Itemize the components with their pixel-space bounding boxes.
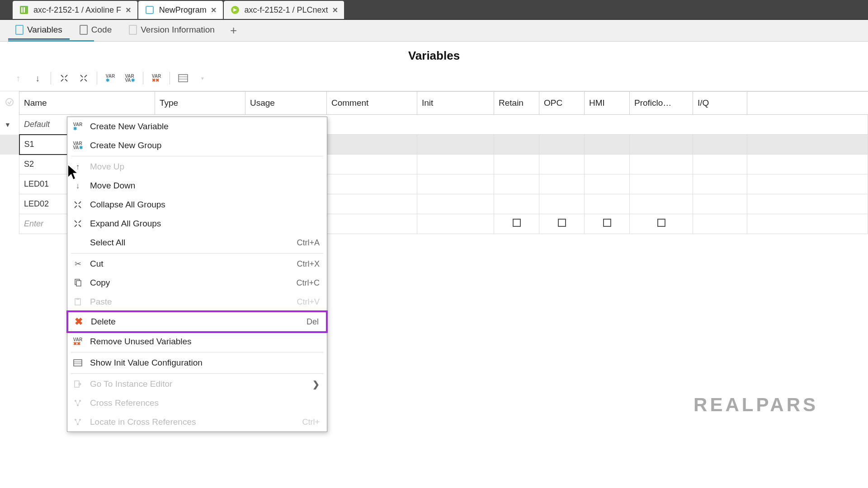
cm-cut[interactable]: ✂ Cut Ctrl+X [67, 254, 327, 273]
init-config-icon [72, 357, 84, 368]
subtab-version[interactable]: Version Information [122, 21, 222, 40]
delete-icon: ✖ [73, 316, 85, 327]
svg-rect-12 [76, 298, 79, 300]
col-usage[interactable]: Usage [245, 92, 327, 115]
cm-goto-instance: Go To Instance Editor ❯ [67, 375, 327, 394]
cm-create-variable[interactable]: VAR✱ Create New Variable [67, 117, 327, 136]
checkbox[interactable] [558, 219, 566, 227]
cm-paste: Paste Ctrl+V [67, 292, 327, 311]
locate-icon [72, 417, 84, 427]
move-up-button[interactable]: ↑ [9, 70, 27, 86]
close-icon[interactable]: × [126, 5, 131, 15]
section-title: Variables [0, 42, 868, 67]
expand-all-button[interactable] [75, 70, 93, 86]
dropdown-button[interactable]: ▾ [193, 70, 212, 86]
subtab-label: Code [91, 25, 112, 35]
expand-icon [72, 218, 84, 229]
cm-move-up: ↑ Move Up [67, 157, 327, 176]
svg-rect-2 [24, 7, 25, 13]
context-menu: VAR✱ Create New Variable VARVA✱ Create N… [67, 117, 327, 432]
svg-rect-13 [74, 360, 82, 366]
remove-unused-icon: VAR✖✖ [72, 336, 84, 347]
doc-icon [80, 25, 88, 35]
new-group-button[interactable]: VARVA✱ [121, 70, 139, 86]
document-tab-bar: axc-f-2152-1 / Axioline F × NewProgram ×… [0, 0, 868, 20]
tab-label: NewProgram [159, 5, 207, 15]
checkbox[interactable] [657, 219, 665, 227]
checkbox[interactable] [513, 219, 521, 227]
col-comment[interactable]: Comment [327, 92, 417, 115]
axioline-icon [19, 5, 29, 15]
col-iq[interactable]: I/Q [693, 92, 747, 115]
add-tab-button[interactable]: + [225, 22, 242, 39]
watermark: REALPARS [693, 394, 818, 416]
doc-icon [129, 25, 137, 35]
row-action-header [0, 92, 19, 115]
tab-plcnext[interactable]: axc-f-2152-1 / PLCnext × [224, 1, 344, 19]
subtab-code[interactable]: Code [72, 21, 119, 40]
checkbox[interactable] [603, 219, 611, 227]
tab-axioline[interactable]: axc-f-2152-1 / Axioline F × [13, 1, 137, 19]
arrow-down-icon: ↓ [72, 180, 84, 191]
tab-label: axc-f-2152-1 / Axioline F [33, 5, 121, 15]
cm-show-init[interactable]: Show Init Value Configuration [67, 353, 327, 372]
col-proficloud[interactable]: Proficlo… [630, 92, 693, 115]
variables-table-wrap: Name Type Usage Comment Init Retain OPC … [0, 91, 868, 234]
move-down-button[interactable]: ↓ [28, 70, 47, 86]
close-icon[interactable]: × [333, 5, 338, 15]
var-group-icon: VARVA✱ [72, 140, 84, 151]
paste-icon [72, 296, 84, 307]
mouse-cursor [67, 164, 80, 181]
program-icon [145, 5, 155, 15]
tab-label: axc-f-2152-1 / PLCnext [245, 5, 328, 15]
svg-rect-11 [75, 299, 80, 305]
col-type[interactable]: Type [155, 92, 245, 115]
cm-cross-refs: Cross References [67, 394, 327, 413]
tab-newprogram[interactable]: NewProgram × [138, 1, 223, 19]
plcnext-icon [230, 5, 240, 15]
col-name[interactable]: Name [19, 92, 155, 115]
submenu-arrow-icon: ❯ [312, 379, 320, 389]
subtab-label: Variables [27, 25, 62, 35]
col-opc[interactable]: OPC [539, 92, 585, 115]
col-retain[interactable]: Retain [494, 92, 539, 115]
var-new-icon: VAR✱ [72, 121, 84, 132]
copy-icon [72, 277, 84, 288]
cm-create-group[interactable]: VARVA✱ Create New Group [67, 136, 327, 155]
new-variable-button[interactable]: VAR✱ [101, 70, 119, 86]
doc-icon [15, 25, 24, 35]
cm-remove-unused[interactable]: VAR✖✖ Remove Unused Variables [67, 332, 327, 351]
svg-rect-5 [179, 75, 188, 82]
goto-icon [72, 379, 84, 389]
cm-select-all[interactable]: Select All Ctrl+A [67, 233, 327, 252]
svg-point-8 [6, 99, 13, 106]
cm-expand-all[interactable]: Expand All Groups [67, 214, 327, 233]
svg-rect-1 [21, 7, 23, 13]
collapse-icon [72, 199, 84, 210]
col-hmi[interactable]: HMI [585, 92, 630, 115]
collapse-all-button[interactable] [55, 70, 73, 86]
editor-subtab-bar: Variables Code Version Information + [0, 20, 868, 42]
cm-copy[interactable]: Copy Ctrl+C [67, 273, 327, 292]
xref-icon [72, 398, 84, 408]
cm-collapse-all[interactable]: Collapse All Groups [67, 195, 327, 214]
remove-unused-button[interactable]: VAR✖✖ [147, 70, 165, 86]
svg-rect-3 [146, 6, 153, 14]
svg-rect-10 [76, 281, 81, 286]
cm-move-down[interactable]: ↓ Move Down [67, 176, 327, 195]
subtab-label: Version Information [141, 25, 215, 35]
close-icon[interactable]: × [211, 5, 217, 15]
variables-toolbar: ↑ ↓ VAR✱ VARVA✱ VAR✖✖ ▾ [0, 67, 868, 91]
cut-icon: ✂ [72, 258, 84, 269]
init-config-button[interactable] [174, 70, 192, 86]
subtab-variables[interactable]: Variables [8, 21, 70, 40]
col-init[interactable]: Init [417, 92, 494, 115]
cm-delete[interactable]: ✖ Delete Del [66, 310, 328, 333]
cm-locate-xref: Locate in Cross References Ctrl+ [67, 413, 327, 432]
